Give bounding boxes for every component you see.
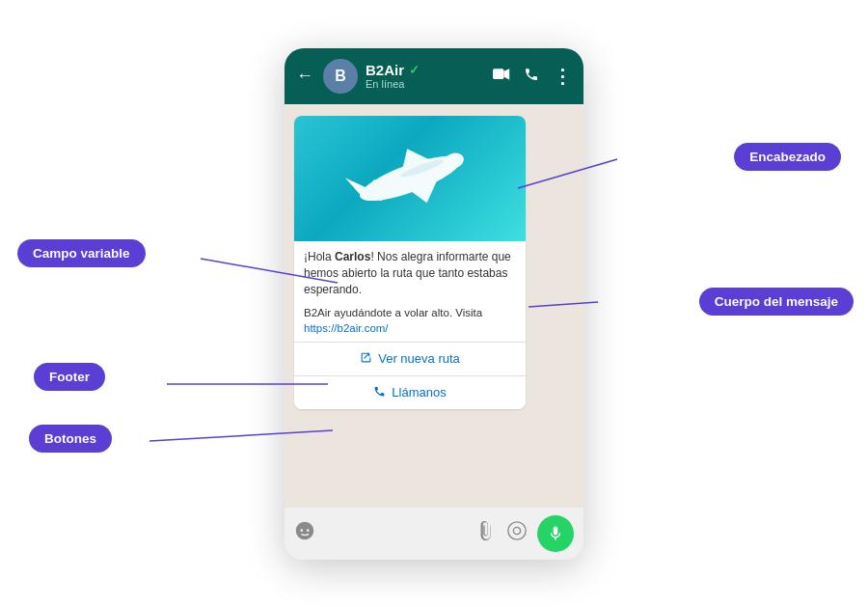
- message-link[interactable]: https://b2air.com/: [304, 322, 389, 334]
- contact-name: B2Air ✓: [366, 62, 485, 78]
- annotation-encabezado: Encabezado: [734, 143, 841, 171]
- whatsapp-header: ← B B2Air ✓ En línea: [285, 48, 583, 104]
- scene: ← B B2Air ✓ En línea: [0, 0, 868, 607]
- contact-status: En línea: [366, 78, 485, 90]
- annotation-botones: Botones: [29, 425, 112, 453]
- annotation-footer: Footer: [34, 363, 105, 391]
- annotation-campo-variable: Campo variable: [17, 239, 146, 267]
- header-icons: ⋮: [493, 65, 572, 88]
- phone-call-icon[interactable]: [524, 67, 539, 86]
- message-text: ¡Hola Carlos! Nos alegra informarte que …: [304, 249, 516, 299]
- message-body: ¡Hola Carlos! Nos alegra informarte que …: [294, 241, 526, 342]
- message-bubble: ¡Hola Carlos! Nos alegra informarte que …: [294, 116, 526, 409]
- attach-icon[interactable]: [475, 520, 497, 546]
- message-footer-text: B2Air ayudándote a volar alto. Visita ht…: [304, 305, 516, 336]
- back-arrow-icon[interactable]: ←: [296, 66, 313, 86]
- input-bar: [285, 508, 583, 560]
- phone-icon: [373, 385, 386, 400]
- airplane-svg: [333, 125, 487, 232]
- call-us-button[interactable]: Llámanos: [294, 376, 526, 409]
- svg-rect-5: [493, 69, 503, 79]
- verified-icon: ✓: [409, 63, 420, 77]
- svg-marker-6: [503, 69, 509, 79]
- view-route-label: Ver nueva ruta: [378, 351, 460, 366]
- video-call-icon[interactable]: [493, 68, 510, 85]
- view-route-button[interactable]: Ver nueva ruta: [294, 343, 526, 376]
- phone-mockup: ← B B2Air ✓ En línea: [285, 48, 583, 560]
- mic-button[interactable]: [537, 515, 574, 552]
- annotation-cuerpo-del-mensaje: Cuerpo del mensaje: [699, 288, 854, 316]
- contact-info: B2Air ✓ En línea: [366, 62, 485, 90]
- emoji-icon[interactable]: [294, 520, 315, 546]
- camera-icon[interactable]: [506, 520, 528, 546]
- call-us-label: Llámanos: [392, 385, 446, 400]
- external-link-icon: [360, 351, 372, 367]
- chat-area: ¡Hola Carlos! Nos alegra informarte que …: [285, 104, 583, 508]
- more-options-icon[interactable]: ⋮: [553, 65, 572, 88]
- svg-point-16: [513, 527, 520, 534]
- message-header-image: [294, 116, 526, 241]
- avatar: B: [323, 59, 358, 94]
